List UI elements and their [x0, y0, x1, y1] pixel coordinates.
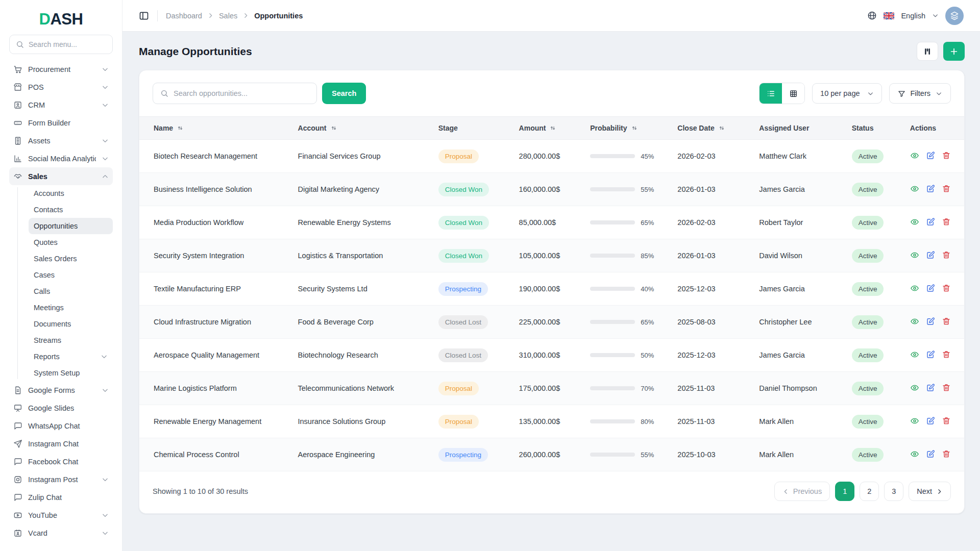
edit-button[interactable]: [926, 317, 935, 328]
table-search-input[interactable]: [174, 89, 309, 97]
edit-button[interactable]: [926, 350, 935, 361]
kanban-view-button[interactable]: [917, 42, 938, 61]
sidebar-search[interactable]: [9, 35, 113, 54]
view-button[interactable]: [910, 317, 919, 328]
sidebar-item-sales[interactable]: Sales: [9, 167, 113, 185]
view-button[interactable]: [910, 416, 919, 427]
edit-button[interactable]: [926, 416, 935, 427]
edit-button[interactable]: [926, 151, 935, 162]
cell-amount: 280,000.00$: [513, 152, 584, 160]
submenu-item-sales-orders[interactable]: Sales Orders: [29, 251, 113, 267]
breadcrumb-opportunities: Opportunities: [254, 12, 303, 20]
delete-button[interactable]: [942, 383, 951, 394]
submenu-item-contacts[interactable]: Contacts: [29, 202, 113, 218]
page-button-2[interactable]: 2: [860, 482, 879, 501]
globe-icon[interactable]: [867, 11, 877, 20]
sidebar-item-procurement[interactable]: Procurement: [9, 60, 113, 78]
delete-button[interactable]: [942, 317, 951, 328]
sidebar-item-label: POS: [28, 83, 96, 91]
sidebar-item-social-media-analytics[interactable]: Social Media Analytics: [9, 149, 113, 167]
chevron-down-icon: [102, 512, 109, 519]
sidebar-item-zulip-chat[interactable]: Zulip Chat: [9, 488, 113, 506]
table-search-box[interactable]: [153, 83, 317, 104]
submenu-item-accounts[interactable]: Accounts: [29, 185, 113, 202]
delete-button[interactable]: [942, 350, 951, 361]
chat-icon: [13, 493, 22, 502]
sidebar-item-form-builder[interactable]: Form Builder: [9, 114, 113, 132]
edit-button[interactable]: [926, 383, 935, 394]
submenu-item-meetings[interactable]: Meetings: [29, 299, 113, 316]
edit-button[interactable]: [926, 284, 935, 294]
previous-page-button[interactable]: Previous: [774, 482, 830, 501]
delete-button[interactable]: [942, 217, 951, 228]
table-row: Renewable Energy ManagementInsurance Sol…: [139, 405, 964, 438]
edit-button[interactable]: [926, 217, 935, 228]
language-selector[interactable]: English: [901, 12, 925, 20]
submenu-item-documents[interactable]: Documents: [29, 316, 113, 332]
delete-button[interactable]: [942, 284, 951, 294]
chevron-down-icon[interactable]: [932, 12, 939, 19]
grid-view-button[interactable]: [782, 83, 804, 104]
view-button[interactable]: [910, 449, 919, 460]
search-button[interactable]: Search: [322, 83, 366, 104]
cell-actions: [904, 416, 964, 427]
view-button[interactable]: [910, 217, 919, 228]
page-button-1[interactable]: 1: [835, 482, 854, 501]
view-button[interactable]: [910, 251, 919, 261]
view-button[interactable]: [910, 151, 919, 162]
sidebar-item-whatsapp-chat[interactable]: WhatsApp Chat: [9, 417, 113, 435]
filters-button[interactable]: Filters: [889, 83, 951, 104]
sidebar-item-instagram-post[interactable]: Instagram Post: [9, 470, 113, 488]
view-button[interactable]: [910, 383, 919, 394]
submenu-item-opportunities[interactable]: Opportunities: [29, 218, 113, 234]
sidebar-item-assets[interactable]: Assets: [9, 132, 113, 149]
cell-status: Active: [846, 415, 904, 429]
sidebar-item-instagram-chat[interactable]: Instagram Chat: [9, 435, 113, 453]
edit-button[interactable]: [926, 449, 935, 460]
delete-button[interactable]: [942, 416, 951, 427]
status-badge: Active: [852, 249, 884, 263]
cell-status: Active: [846, 216, 904, 230]
edit-button[interactable]: [926, 184, 935, 195]
view-button[interactable]: [910, 350, 919, 361]
next-page-button[interactable]: Next: [909, 482, 951, 501]
sidebar-item-youtube[interactable]: YouTube: [9, 506, 113, 524]
breadcrumb-dashboard[interactable]: Dashboard: [166, 12, 202, 20]
page-button-3[interactable]: 3: [884, 482, 903, 501]
avatar[interactable]: [945, 7, 964, 25]
submenu-item-label: Sales Orders: [34, 255, 108, 263]
card-footer: Showing 1 to 10 of 30 results Previous 1…: [139, 471, 964, 513]
delete-button[interactable]: [942, 184, 951, 195]
filters-label: Filters: [911, 89, 930, 97]
sidebar-item-pos[interactable]: POS: [9, 78, 113, 96]
status-badge: Active: [852, 149, 884, 163]
breadcrumb: Dashboard Sales Opportunities: [166, 12, 303, 20]
per-page-select[interactable]: 10 per page: [812, 83, 881, 104]
sidebar-item-google-forms[interactable]: Google Forms: [9, 381, 113, 399]
submenu-item-streams[interactable]: Streams: [29, 332, 113, 348]
view-button[interactable]: [910, 184, 919, 195]
submenu-item-calls[interactable]: Calls: [29, 283, 113, 299]
submenu-item-reports[interactable]: Reports: [29, 348, 113, 365]
view-button[interactable]: [910, 284, 919, 294]
edit-button[interactable]: [926, 251, 935, 261]
delete-button[interactable]: [942, 251, 951, 261]
sidebar-search-input[interactable]: [29, 40, 106, 48]
sidebar-item-facebook-chat[interactable]: Facebook Chat: [9, 453, 113, 470]
delete-button[interactable]: [942, 151, 951, 162]
submenu-item-quotes[interactable]: Quotes: [29, 234, 113, 251]
sidebar-item-vcard[interactable]: Vcard: [9, 524, 113, 542]
chevron-up-icon: [102, 173, 109, 180]
breadcrumb-sales[interactable]: Sales: [219, 12, 237, 20]
add-opportunity-button[interactable]: [943, 42, 965, 61]
sidebar-toggle-icon[interactable]: [139, 11, 149, 21]
submenu-item-cases[interactable]: Cases: [29, 267, 113, 283]
list-view-button[interactable]: [760, 83, 782, 104]
column-label: Name: [154, 124, 173, 132]
sidebar-item-google-slides[interactable]: Google Slides: [9, 399, 113, 417]
opportunities-card: Search 10 per page Filters NameAccountSt: [139, 70, 965, 514]
sidebar-item-crm[interactable]: CRM: [9, 96, 113, 114]
cell-account: Financial Services Group: [292, 152, 432, 160]
delete-button[interactable]: [942, 449, 951, 460]
submenu-item-system-setup[interactable]: System Setup: [29, 365, 113, 381]
